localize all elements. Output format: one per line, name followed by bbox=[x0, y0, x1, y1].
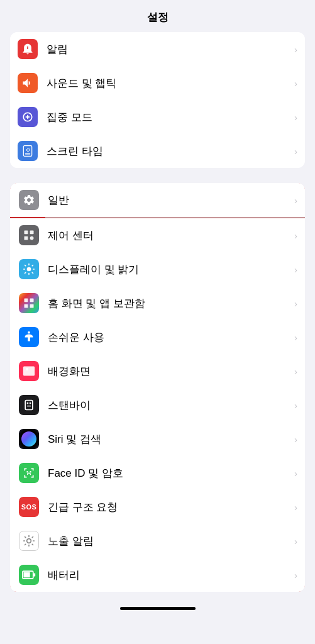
screentime-item[interactable]: ⏱ 스크린 타임 › bbox=[10, 134, 305, 168]
control-label: 제어 센터 bbox=[48, 228, 292, 243]
svg-point-27 bbox=[30, 471, 31, 473]
exposure-item[interactable]: 노출 알림 › bbox=[10, 524, 305, 558]
siri-label: Siri 및 검색 bbox=[48, 432, 292, 447]
svg-rect-3 bbox=[25, 231, 28, 235]
wallpaper-item[interactable]: 배경화면 › bbox=[10, 354, 305, 388]
alarm-item[interactable]: 알림 › bbox=[10, 32, 305, 66]
svg-rect-10 bbox=[25, 304, 28, 308]
homescreen-item[interactable]: 홈 화면 및 앱 보관함 › bbox=[10, 286, 305, 320]
svg-rect-25 bbox=[33, 475, 34, 477]
faceid-label: Face ID 및 암호 bbox=[48, 466, 292, 480]
homescreen-icon bbox=[19, 293, 39, 313]
standby-item[interactable]: 스탠바이 › bbox=[10, 388, 305, 422]
screentime-label: 스크린 타임 bbox=[47, 144, 292, 158]
exposure-chevron: › bbox=[294, 536, 297, 547]
battery-label: 배터리 bbox=[48, 568, 292, 582]
homescreen-chevron: › bbox=[294, 298, 297, 309]
sound-chevron: › bbox=[294, 78, 297, 89]
svg-rect-17 bbox=[27, 406, 31, 407]
control-icon bbox=[19, 225, 39, 245]
wallpaper-label: 배경화면 bbox=[48, 364, 292, 379]
display-chevron: › bbox=[294, 264, 297, 275]
standby-icon bbox=[19, 395, 39, 415]
svg-point-26 bbox=[26, 471, 28, 473]
svg-rect-31 bbox=[33, 573, 35, 576]
sos-item[interactable]: SOS 긴급 구조 요청 › bbox=[10, 490, 305, 524]
accessibility-item[interactable]: 손쉬운 사용 › bbox=[10, 320, 305, 354]
general-chevron: › bbox=[294, 195, 297, 206]
accessibility-chevron: › bbox=[294, 332, 297, 343]
siri-item[interactable]: Siri 및 검색 › bbox=[10, 422, 305, 456]
battery-chevron: › bbox=[294, 570, 297, 580]
wallpaper-chevron: › bbox=[294, 366, 297, 377]
siri-icon bbox=[19, 429, 39, 449]
general-icon bbox=[19, 190, 39, 210]
svg-text:⏱: ⏱ bbox=[26, 148, 30, 152]
homescreen-label: 홈 화면 및 앱 보관함 bbox=[48, 296, 292, 311]
svg-rect-8 bbox=[25, 299, 28, 303]
exposure-label: 노출 알림 bbox=[48, 534, 292, 548]
general-item[interactable]: 일반 › bbox=[10, 183, 305, 218]
siri-chevron: › bbox=[294, 434, 297, 445]
svg-rect-30 bbox=[24, 572, 30, 577]
svg-rect-1 bbox=[25, 153, 30, 155]
alarm-chevron: › bbox=[294, 44, 297, 55]
svg-rect-22 bbox=[25, 469, 26, 471]
display-icon bbox=[19, 259, 39, 279]
focus-icon bbox=[18, 107, 38, 127]
svg-rect-23 bbox=[33, 469, 34, 471]
accessibility-icon bbox=[19, 327, 39, 347]
svg-point-12 bbox=[28, 331, 30, 334]
screentime-chevron: › bbox=[294, 146, 297, 157]
sound-label: 사운드 및 햅틱 bbox=[47, 76, 292, 91]
faceid-chevron: › bbox=[294, 468, 297, 479]
svg-rect-15 bbox=[27, 402, 29, 404]
svg-point-6 bbox=[30, 236, 34, 240]
sos-label: 긴급 구조 요청 bbox=[48, 500, 292, 514]
focus-label: 집중 모드 bbox=[47, 110, 292, 125]
alarm-label: 알림 bbox=[47, 42, 292, 57]
display-label: 디스플레이 및 밝기 bbox=[48, 262, 292, 277]
control-chevron: › bbox=[294, 230, 297, 241]
standby-chevron: › bbox=[294, 400, 297, 411]
faceid-icon bbox=[19, 463, 39, 483]
battery-icon bbox=[19, 565, 39, 585]
battery-item[interactable]: 배터리 › bbox=[10, 558, 305, 592]
svg-rect-16 bbox=[30, 402, 31, 404]
alarm-icon bbox=[18, 39, 38, 59]
page-title: 설정 bbox=[0, 0, 315, 32]
faceid-item[interactable]: Face ID 및 암호 › bbox=[10, 456, 305, 490]
accessibility-label: 손쉬운 사용 bbox=[48, 330, 292, 345]
section-1: 알림 › 사운드 및 햅틱 › 집중 모드 › ⏱ 스크린 타임 › bbox=[10, 32, 305, 168]
section-2: 일반 › 제어 센터 › 디스플레이 및 밝기 › 홈 화면 및 앱 보관함 ›… bbox=[10, 183, 305, 592]
exposure-icon bbox=[19, 531, 39, 551]
svg-rect-5 bbox=[25, 236, 28, 240]
svg-rect-4 bbox=[30, 231, 34, 235]
display-item[interactable]: 디스플레이 및 밝기 › bbox=[10, 252, 305, 286]
svg-rect-14 bbox=[25, 401, 33, 410]
sos-chevron: › bbox=[294, 502, 297, 513]
screentime-icon: ⏱ bbox=[18, 141, 38, 161]
general-label: 일반 bbox=[48, 193, 292, 208]
svg-rect-9 bbox=[30, 299, 34, 303]
focus-item[interactable]: 집중 모드 › bbox=[10, 100, 305, 134]
focus-chevron: › bbox=[294, 112, 297, 123]
sound-icon bbox=[18, 73, 38, 93]
standby-label: 스탠바이 bbox=[48, 398, 292, 413]
svg-point-28 bbox=[27, 539, 31, 543]
sound-item[interactable]: 사운드 및 햅틱 › bbox=[10, 66, 305, 100]
svg-rect-11 bbox=[30, 304, 34, 308]
sos-icon: SOS bbox=[19, 497, 39, 517]
home-bar bbox=[120, 607, 196, 610]
control-item[interactable]: 제어 센터 › bbox=[10, 218, 305, 252]
wallpaper-icon bbox=[19, 361, 39, 381]
svg-point-7 bbox=[27, 267, 31, 272]
svg-rect-24 bbox=[25, 475, 26, 477]
